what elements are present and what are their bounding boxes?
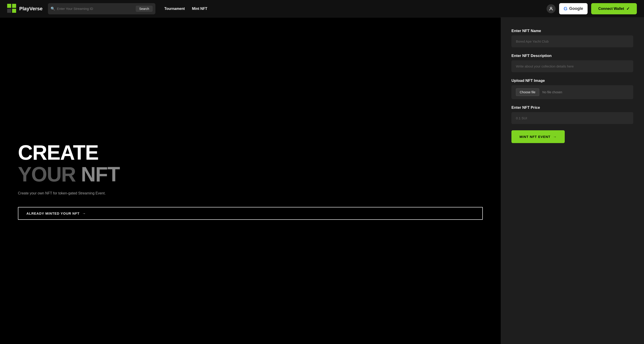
nft-price-group: Enter NFT Price xyxy=(512,105,633,124)
nav-right: G Google Connect Wallet ✓ xyxy=(546,3,637,14)
file-upload-container: Choose file No file chosen xyxy=(512,85,633,99)
logo-block-4 xyxy=(12,9,16,13)
no-file-text: No file chosen xyxy=(542,90,562,94)
nft-price-label: Enter NFT Price xyxy=(512,105,633,110)
logo-icon xyxy=(7,4,17,14)
connect-wallet-button[interactable]: Connect Wallet ✓ xyxy=(591,3,637,14)
nav-link-tournament[interactable]: Tournament xyxy=(164,7,185,11)
hero-title-create: CREATE xyxy=(18,141,98,164)
hero-title-your: YOUR xyxy=(18,163,76,186)
mint-button-arrow: → xyxy=(553,135,557,139)
nft-description-group: Enter NFT Description xyxy=(512,54,633,72)
google-button[interactable]: G Google xyxy=(559,3,588,14)
nft-name-group: Enter NFT Name xyxy=(512,29,633,47)
logo-area[interactable]: PlayVerse xyxy=(7,4,42,14)
hero-title: CREATE YOUR NFT xyxy=(18,142,483,185)
google-g-icon: G xyxy=(564,6,568,12)
google-label: Google xyxy=(569,6,583,11)
search-input[interactable] xyxy=(57,7,134,11)
search-button[interactable]: Search xyxy=(136,6,153,12)
nft-price-input[interactable] xyxy=(512,112,633,124)
nft-image-label: Upload NFT Image xyxy=(512,78,633,83)
nft-image-group: Upload NFT Image Choose file No file cho… xyxy=(512,78,633,99)
hero-subtitle: Create your own NFT for token-gated Stre… xyxy=(18,190,483,196)
brand-name: PlayVerse xyxy=(19,6,42,12)
mint-button-label: MINT NFT EVENT xyxy=(520,135,550,139)
nav-link-mint-nft[interactable]: Mint NFT xyxy=(192,7,207,11)
search-bar: 🔍 Search xyxy=(48,3,156,14)
logo-block-3 xyxy=(7,9,11,13)
user-icon[interactable] xyxy=(546,4,556,13)
logo-block-2 xyxy=(12,4,16,8)
nft-name-label: Enter NFT Name xyxy=(512,29,633,33)
nft-description-input[interactable] xyxy=(512,60,633,72)
navbar: PlayVerse 🔍 Search Tournament Mint NFT G… xyxy=(0,0,644,18)
main-content: CREATE YOUR NFT Create your own NFT for … xyxy=(0,18,644,344)
mint-nft-form: Enter NFT Name Enter NFT Description Upl… xyxy=(501,18,644,344)
svg-point-0 xyxy=(550,7,552,9)
connect-wallet-label: Connect Wallet xyxy=(598,7,624,11)
left-section: CREATE YOUR NFT Create your own NFT for … xyxy=(0,18,501,344)
hero-title-nft: NFT xyxy=(81,163,120,186)
search-icon: 🔍 xyxy=(50,7,55,11)
mint-nft-button[interactable]: MINT NFT EVENT → xyxy=(512,130,565,143)
choose-file-button[interactable]: Choose file xyxy=(516,88,539,96)
already-minted-button[interactable]: ALREADY MINTED YOUR NFT → xyxy=(18,207,483,220)
nft-description-label: Enter NFT Description xyxy=(512,54,633,58)
already-minted-label: ALREADY MINTED YOUR NFT xyxy=(26,212,80,215)
nft-name-input[interactable] xyxy=(512,36,633,47)
wallet-icon: ✓ xyxy=(626,6,630,11)
logo-block-1 xyxy=(7,4,11,8)
already-minted-arrow: → xyxy=(82,212,86,215)
nav-links: Tournament Mint NFT xyxy=(164,7,207,11)
